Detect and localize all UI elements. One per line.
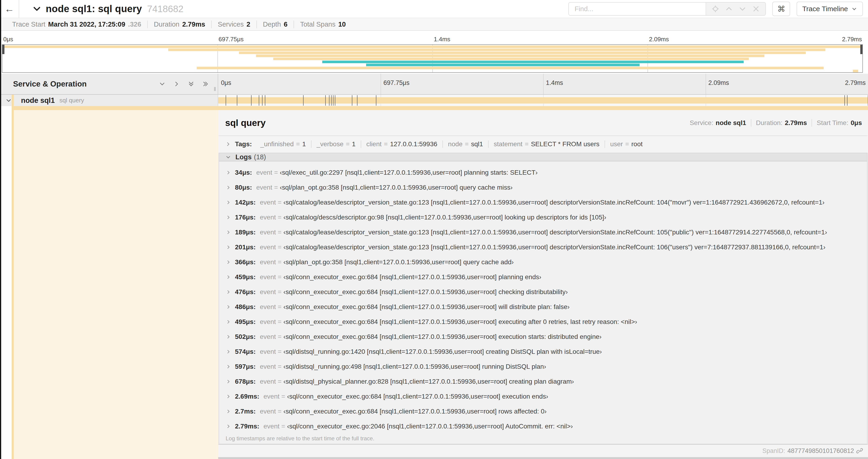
log-field-key: event xyxy=(264,393,280,400)
log-entry[interactable]: 142μs:event=‹sql/catalog/lease/descripto… xyxy=(219,195,867,210)
equals-sign: = xyxy=(281,423,285,430)
log-entry[interactable]: 459μs:event=‹sql/conn_executor_exec.go:6… xyxy=(219,270,867,285)
clear-search-icon[interactable] xyxy=(750,3,762,14)
log-marker[interactable] xyxy=(329,95,330,106)
log-field-value: ‹sql/plan_opt.go:358 [nsql1,client=127.0… xyxy=(283,258,514,266)
tag-value: 1 xyxy=(302,140,306,148)
view-range-right-handle[interactable] xyxy=(860,45,862,54)
prev-result-icon[interactable] xyxy=(723,3,735,14)
deep-link-icon[interactable] xyxy=(856,448,863,455)
log-field-key: event xyxy=(260,288,276,296)
equals-sign: = xyxy=(278,333,281,340)
log-marker[interactable] xyxy=(259,95,259,106)
arrow-left-icon: ← xyxy=(4,3,14,14)
log-entry[interactable]: 2.69ms:event=‹sql/conn_executor_exec.go:… xyxy=(219,389,867,404)
log-timestamp: 495μs: xyxy=(235,318,256,326)
logs-header[interactable]: Logs (18) xyxy=(219,153,867,161)
log-timestamp: 574μs: xyxy=(235,348,256,355)
span-meta-label: Service: xyxy=(690,119,713,127)
column-resizer[interactable]: ‖ xyxy=(214,86,217,92)
span-name-cell[interactable]: node sql1 sql query xyxy=(0,95,218,106)
log-marker[interactable] xyxy=(265,95,265,106)
log-entry[interactable]: 2.79ms:event=‹sql/conn_executor_exec.go:… xyxy=(219,419,867,434)
back-button[interactable]: ← xyxy=(0,0,19,18)
log-timestamp: 2.79ms: xyxy=(235,423,259,430)
log-chevron-icon xyxy=(226,244,231,250)
span-meta-value: node sql1 xyxy=(716,119,746,127)
log-marker[interactable] xyxy=(333,95,334,106)
log-marker[interactable] xyxy=(262,95,262,106)
view-selector-button[interactable]: Trace Timeline xyxy=(797,2,863,16)
span-bar[interactable] xyxy=(218,97,868,104)
log-marker[interactable] xyxy=(226,95,226,106)
locate-icon[interactable] xyxy=(709,3,721,14)
log-field-value: ‹sql/plan_opt.go:358 [nsql1,client=127.0… xyxy=(280,184,513,191)
tag-item[interactable]: client=127.0.0.1:59936 xyxy=(361,140,442,148)
log-marker[interactable] xyxy=(376,95,376,106)
minimap-tick-label: 2.79ms xyxy=(842,36,863,43)
collapse-one-icon[interactable] xyxy=(158,80,166,88)
log-marker[interactable] xyxy=(331,95,332,106)
tags-list: _unfinished=1_verbose=1client=127.0.0.1:… xyxy=(255,140,648,148)
detail-row-tint[interactable] xyxy=(14,110,218,459)
log-marker[interactable] xyxy=(325,95,326,106)
equals-sign: = xyxy=(625,140,629,148)
keyboard-shortcuts-button[interactable]: ⌘ xyxy=(772,2,790,16)
span-bar-cell[interactable] xyxy=(218,95,868,106)
log-field-key: event xyxy=(260,378,276,385)
tag-item[interactable]: user=root xyxy=(604,140,648,148)
log-entry[interactable]: 366μs:event=‹sql/plan_opt.go:358 [nsql1,… xyxy=(219,255,867,270)
next-result-icon[interactable] xyxy=(736,3,748,14)
log-marker[interactable] xyxy=(237,95,237,106)
log-entry[interactable]: 201μs:event=‹sql/catalog/lease/descripto… xyxy=(219,240,867,255)
equals-sign: = xyxy=(465,140,468,148)
log-entry[interactable]: 189μs:event=‹sql/catalog/lease/descripto… xyxy=(219,225,867,240)
minimap[interactable] xyxy=(2,44,863,73)
log-entry[interactable]: 80μs:event=‹sql/plan_opt.go:358 [nsql1,c… xyxy=(219,180,867,195)
log-entry[interactable]: 678μs:event=‹sql/distsql_physical_planne… xyxy=(219,374,867,389)
span-detail-title: sql query xyxy=(225,118,266,128)
logs-title: Logs xyxy=(236,153,251,161)
log-marker[interactable] xyxy=(357,95,358,106)
log-field-key: event xyxy=(260,348,276,355)
log-field-value: ‹sql/catalog/lease/descriptor_version_st… xyxy=(283,229,827,236)
collapse-trace-chevron-icon[interactable] xyxy=(32,4,41,13)
log-entry[interactable]: 574μs:event=‹sql/distsql_running.go:1420… xyxy=(219,344,867,359)
collapse-all-icon[interactable] xyxy=(187,80,195,88)
log-entry[interactable]: 502μs:event=‹sql/conn_executor_exec.go:6… xyxy=(219,329,867,344)
log-entry[interactable]: 486μs:event=‹sql/conn_executor_exec.go:6… xyxy=(219,299,867,315)
log-marker[interactable] xyxy=(352,95,352,106)
log-entry[interactable]: 597μs:event=‹sql/distsql_running.go:498 … xyxy=(219,359,867,374)
expand-all-icon[interactable] xyxy=(202,80,209,88)
tag-item[interactable]: _unfinished=1 xyxy=(255,140,311,148)
span-operation-name: sql query xyxy=(60,97,84,104)
span-collapse-chevron-icon[interactable] xyxy=(5,97,12,104)
log-entry[interactable]: 176μs:event=‹sql/catalog/descs/descripto… xyxy=(219,210,867,225)
log-entry[interactable]: 2.7ms:event=‹sql/conn_executor_exec.go:6… xyxy=(219,404,867,419)
trace-stat: Total Spans10 xyxy=(293,21,352,28)
tag-item[interactable]: node=sql1 xyxy=(442,140,488,148)
tag-item[interactable]: _verbose=1 xyxy=(311,140,361,148)
log-marker[interactable] xyxy=(303,95,304,106)
log-marker[interactable] xyxy=(847,95,847,106)
view-range-left-handle[interactable] xyxy=(2,45,4,54)
log-chevron-icon xyxy=(226,349,231,355)
log-marker[interactable] xyxy=(251,95,251,106)
find-input[interactable] xyxy=(569,3,706,15)
log-entry[interactable]: 34μs:event=‹sql/exec_util.go:2297 [nsql1… xyxy=(219,165,867,180)
log-chevron-icon xyxy=(226,394,231,399)
tag-key: node xyxy=(448,140,462,148)
log-entry[interactable]: 476μs:event=‹sql/conn_executor_exec.go:6… xyxy=(219,285,867,299)
log-marker[interactable] xyxy=(844,95,845,106)
minimap-span-bar xyxy=(256,55,764,57)
tag-key: _unfinished xyxy=(260,140,294,148)
span-meta-value: 2.79ms xyxy=(785,119,807,127)
minimap-tick-label: 1.4ms xyxy=(432,36,450,43)
log-entry[interactable]: 495μs:event=‹sql/conn_executor_exec.go:6… xyxy=(219,315,867,329)
expand-one-icon[interactable] xyxy=(173,80,180,88)
trace-stat-label: Trace Start xyxy=(12,21,45,28)
log-marker[interactable] xyxy=(335,95,335,106)
tags-row[interactable]: Tags: _unfinished=1_verbose=1client=127.… xyxy=(218,136,868,152)
trace-stat-value: March 31 2022, 17:25:09 xyxy=(48,21,125,28)
tag-item[interactable]: statement=SELECT * FROM users xyxy=(488,140,604,148)
